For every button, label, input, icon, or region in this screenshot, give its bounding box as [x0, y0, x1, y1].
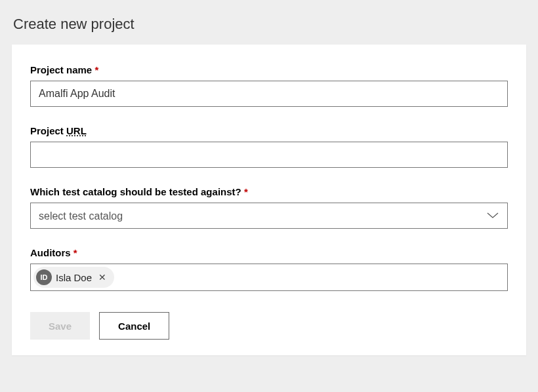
required-asterisk: *	[244, 186, 248, 197]
test-catalog-label: Which test catalog should be tested agai…	[30, 186, 508, 197]
test-catalog-group: Which test catalog should be tested agai…	[30, 186, 508, 229]
project-name-label: Project name *	[30, 64, 508, 75]
close-icon: ✕	[98, 272, 106, 283]
project-name-group: Project name *	[30, 64, 508, 107]
required-asterisk: *	[94, 64, 98, 75]
project-name-input[interactable]	[30, 81, 508, 107]
test-catalog-select[interactable]: select test catalog	[30, 203, 508, 229]
project-url-group: Project URL	[30, 125, 508, 168]
form-card: Project name * Project URL Which test ca…	[12, 45, 526, 355]
auditors-label: Auditors *	[30, 247, 508, 258]
auditor-name: Isla Doe	[56, 272, 92, 283]
avatar: ID	[36, 269, 52, 285]
label-text: Project name	[30, 64, 92, 75]
project-url-label: Project URL	[30, 125, 508, 136]
save-button[interactable]: Save	[30, 312, 90, 340]
url-abbr: URL	[66, 125, 87, 136]
remove-chip-button[interactable]: ✕	[96, 271, 109, 284]
required-asterisk: *	[73, 247, 77, 258]
auditor-chip: ID Isla Doe ✕	[33, 267, 114, 288]
label-text: Auditors	[30, 247, 71, 258]
cancel-button[interactable]: Cancel	[99, 312, 169, 340]
label-text: Which test catalog should be tested agai…	[30, 186, 241, 197]
auditors-group: Auditors * ID Isla Doe ✕	[30, 247, 508, 291]
project-url-input[interactable]	[30, 142, 508, 168]
auditors-input[interactable]: ID Isla Doe ✕	[30, 264, 508, 291]
page-title: Create new project	[0, 0, 538, 45]
label-prefix: Project	[30, 125, 66, 136]
button-row: Save Cancel	[30, 312, 508, 340]
test-catalog-select-wrapper: select test catalog	[30, 203, 508, 229]
